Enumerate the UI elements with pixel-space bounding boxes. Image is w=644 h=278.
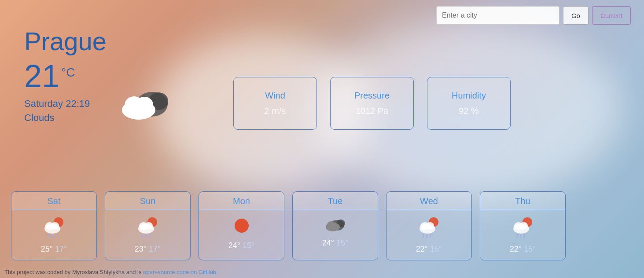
date-time: Saturday 22:19 xyxy=(24,98,107,110)
forecast-body: 22° 15° xyxy=(386,210,471,260)
forecast-icon xyxy=(43,216,66,240)
city-search-input[interactable] xyxy=(436,6,559,25)
svg-point-4 xyxy=(136,97,153,113)
forecast-low: 15° xyxy=(524,245,536,253)
humidity-card: Humidity 92 % xyxy=(427,77,511,130)
forecast-icon xyxy=(512,216,534,240)
forecast-high: 25° xyxy=(41,245,53,253)
forecast-icon xyxy=(324,216,347,234)
humidity-value: 92 % xyxy=(459,106,479,116)
pressure-value: 1012 Pa xyxy=(356,106,389,116)
forecast-card: Sat 25° 17° xyxy=(11,191,97,260)
temperature-unit: °C xyxy=(61,66,75,80)
svg-line-28 xyxy=(423,234,424,238)
forecast-high: 24° xyxy=(228,241,240,250)
forecast-body: 24° 15° xyxy=(199,210,284,256)
wind-card: Wind 2 m/s xyxy=(233,77,317,130)
svg-line-11 xyxy=(55,234,56,238)
forecast-day-label: Sun xyxy=(105,192,190,210)
info-cards-row: Wind 2 m/s Pressure 1012 Pa Humidity 92 … xyxy=(233,77,511,130)
pressure-card: Pressure 1012 Pa xyxy=(330,77,414,130)
svg-line-17 xyxy=(145,234,146,238)
svg-point-27 xyxy=(426,222,434,229)
city-name: Prague xyxy=(24,26,107,56)
forecast-card: Sun 23° 17° xyxy=(105,191,191,260)
forecast-low: 17° xyxy=(149,245,161,253)
footer-text: This project was coded by Myroslava Shty… xyxy=(4,269,143,275)
forecast-high: 22° xyxy=(510,245,522,253)
forecast-body: 23° 17° xyxy=(105,210,190,260)
wind-label: Wind xyxy=(265,91,285,101)
search-header: Go Current xyxy=(436,6,631,25)
main-weather-info: Prague 21 °C Saturday 22:19 Clouds xyxy=(24,26,107,124)
svg-point-23 xyxy=(327,221,335,228)
forecast-icon xyxy=(136,216,159,240)
svg-line-37 xyxy=(524,234,525,238)
forecast-card: Mon 24° 15° xyxy=(199,191,284,260)
forecast-low: 17° xyxy=(55,245,67,253)
svg-line-9 xyxy=(48,234,49,238)
forecast-body: 22° 15° xyxy=(480,210,565,260)
forecast-row: Sat 25° 17° Sun xyxy=(11,191,566,260)
temperature-row: 21 °C xyxy=(24,60,107,92)
forecast-card: Tue 24° 15° xyxy=(292,191,378,260)
svg-line-30 xyxy=(430,234,431,238)
go-button[interactable]: Go xyxy=(563,6,589,25)
forecast-day-label: Sat xyxy=(11,192,96,210)
svg-line-36 xyxy=(520,234,521,238)
svg-line-29 xyxy=(427,234,427,238)
forecast-card: Wed 22° 15° xyxy=(386,191,472,260)
svg-point-34 xyxy=(520,222,528,229)
forecast-day-label: Mon xyxy=(199,192,284,210)
forecast-temps: 24° 15° xyxy=(322,238,348,248)
forecast-temps: 25° 17° xyxy=(41,245,67,254)
forecast-low: 15° xyxy=(430,245,442,253)
forecast-icon xyxy=(418,216,441,240)
svg-point-19 xyxy=(235,219,249,233)
temperature-value: 21 xyxy=(24,60,59,92)
humidity-label: Humidity xyxy=(452,91,486,101)
forecast-high: 22° xyxy=(416,245,428,253)
forecast-temps: 24° 15° xyxy=(228,241,254,250)
svg-point-15 xyxy=(145,222,153,229)
footer: This project was coded by Myroslava Shty… xyxy=(0,269,644,275)
main-weather-icon xyxy=(119,86,172,123)
forecast-low: 15° xyxy=(243,241,254,250)
svg-line-10 xyxy=(52,234,52,238)
github-link[interactable]: open-source code on GitHub xyxy=(143,269,216,275)
pressure-label: Pressure xyxy=(354,91,390,101)
forecast-body: 24° 15° xyxy=(293,210,378,254)
forecast-temps: 22° 15° xyxy=(416,245,442,254)
svg-point-8 xyxy=(51,222,59,229)
forecast-temps: 22° 15° xyxy=(510,245,536,254)
forecast-high: 24° xyxy=(322,238,334,247)
weather-condition: Clouds xyxy=(24,112,107,124)
svg-line-18 xyxy=(149,234,150,238)
forecast-low: 15° xyxy=(336,238,348,247)
wind-value: 2 m/s xyxy=(265,106,286,116)
forecast-day-label: Wed xyxy=(386,192,471,210)
forecast-day-label: Tue xyxy=(293,192,378,210)
forecast-temps: 23° 17° xyxy=(135,245,161,254)
forecast-card: Thu 22° 15° xyxy=(480,191,566,260)
forecast-body: 25° 17° xyxy=(11,210,96,260)
forecast-high: 23° xyxy=(135,245,147,253)
forecast-day-label: Thu xyxy=(480,192,565,210)
current-location-button[interactable]: Current xyxy=(592,6,631,25)
svg-line-35 xyxy=(517,234,518,238)
svg-line-16 xyxy=(142,234,143,238)
forecast-icon xyxy=(232,216,251,237)
